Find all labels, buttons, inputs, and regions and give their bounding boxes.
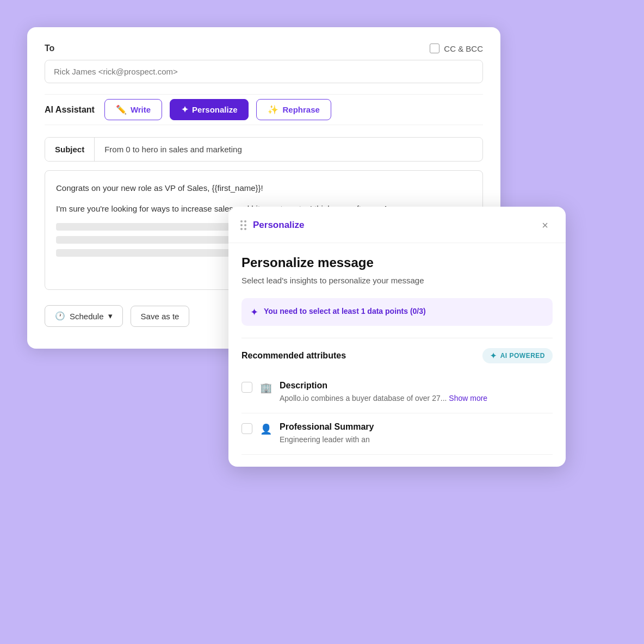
- panel-body: Personalize message Select lead's insigh…: [228, 243, 566, 467]
- warning-box: ✦ You need to select at least 1 data poi…: [242, 298, 553, 326]
- rephrase-label: Rephrase: [282, 105, 319, 114]
- ai-powered-icon: ✦: [490, 351, 497, 360]
- warning-text: You need to select at least 1 data point…: [264, 306, 426, 317]
- to-row: To CC & BCC: [45, 44, 483, 53]
- ai-powered-badge: ✦ AI POWERED: [482, 348, 553, 363]
- chevron-down-icon: ▾: [108, 311, 113, 321]
- panel-header-left: Personalize: [240, 220, 305, 231]
- personalize-panel: Personalize × Personalize message Select…: [228, 207, 566, 467]
- to-input[interactable]: [45, 60, 483, 83]
- summary-content: Professional Summary Engineering leader …: [280, 422, 553, 445]
- description-name: Description: [280, 381, 553, 391]
- personalize-button[interactable]: ✦ Personalize: [170, 99, 249, 120]
- rephrase-button[interactable]: ✨ Rephrase: [256, 99, 331, 120]
- summary-checkbox[interactable]: [242, 423, 252, 434]
- panel-title: Personalize: [253, 220, 305, 231]
- personalize-label: Personalize: [192, 105, 237, 114]
- cc-bcc-label: CC & BCC: [444, 44, 483, 53]
- subject-row: Subject From 0 to hero in sales and mark…: [45, 137, 483, 162]
- cc-bcc-row: CC & BCC: [430, 44, 483, 53]
- drag-handle[interactable]: [240, 220, 246, 230]
- write-icon: ✏️: [116, 104, 127, 115]
- write-button[interactable]: ✏️ Write: [104, 99, 162, 120]
- show-more-link[interactable]: Show more: [449, 394, 487, 403]
- page-wrapper: To CC & BCC AI Assistant ✏️ Write ✦ Pers…: [0, 0, 644, 644]
- to-label: To: [45, 44, 54, 53]
- schedule-button[interactable]: 🕐 Schedule ▾: [45, 305, 123, 327]
- save-template-button[interactable]: Save as te: [131, 306, 190, 327]
- ai-assistant-label: AI Assistant: [45, 105, 95, 115]
- attribute-description: 🏢 Description Apollo.io combines a buyer…: [242, 372, 553, 413]
- person-icon: 👤: [260, 423, 272, 435]
- personalize-icon: ✦: [181, 104, 188, 115]
- building-icon: 🏢: [260, 382, 272, 394]
- attributes-header: Recommended attributes ✦ AI POWERED: [242, 348, 553, 363]
- body-text-1: Congrats on your new role as VP of Sales…: [56, 182, 472, 195]
- cc-bcc-checkbox[interactable]: [430, 44, 439, 53]
- sparkle-icon: ✦: [250, 306, 258, 318]
- panel-subtitle: Select lead's insights to personalize yo…: [242, 275, 553, 287]
- subject-label: Subject: [45, 138, 95, 161]
- close-icon: ×: [542, 219, 548, 232]
- attribute-professional-summary: 👤 Professional Summary Engineering leade…: [242, 413, 553, 455]
- subject-value: From 0 to hero in sales and marketing: [95, 138, 482, 161]
- close-button[interactable]: ×: [536, 216, 554, 234]
- summary-name: Professional Summary: [280, 422, 553, 432]
- schedule-label: Schedule: [70, 312, 104, 321]
- description-content: Description Apollo.io combines a buyer d…: [280, 381, 553, 404]
- panel-main-title: Personalize message: [242, 255, 553, 270]
- clock-icon: 🕐: [55, 311, 65, 321]
- attributes-section: Recommended attributes ✦ AI POWERED 🏢 De…: [242, 338, 553, 455]
- attributes-title: Recommended attributes: [242, 351, 346, 361]
- rephrase-icon: ✨: [268, 104, 278, 115]
- ai-assistant-row: AI Assistant ✏️ Write ✦ Personalize ✨ Re…: [45, 94, 483, 125]
- write-label: Write: [131, 105, 151, 114]
- description-text: Apollo.io combines a buyer database of o…: [280, 393, 553, 404]
- ai-powered-label: AI POWERED: [500, 352, 545, 360]
- summary-text: Engineering leader with an: [280, 434, 553, 445]
- panel-header: Personalize ×: [228, 207, 566, 243]
- description-checkbox[interactable]: [242, 382, 252, 393]
- save-template-label: Save as te: [141, 312, 179, 321]
